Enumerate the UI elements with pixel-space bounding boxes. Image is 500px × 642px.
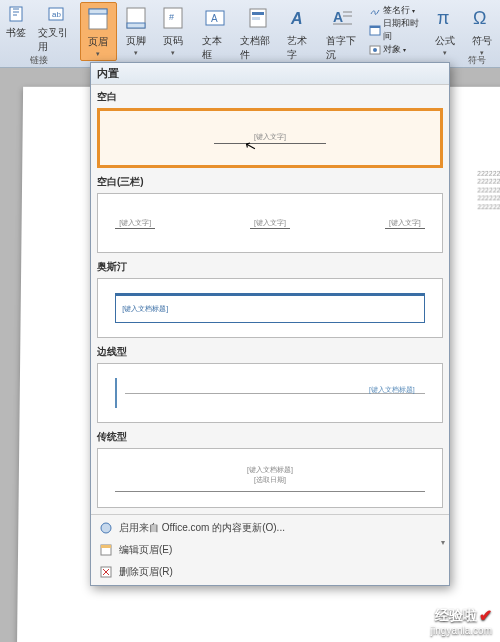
section-title: 传统型 xyxy=(93,427,447,446)
svg-rect-13 xyxy=(252,17,260,20)
ribbon: 书签 ab 交叉引用 页眉 ▾ 页脚 ▾ # 页码 ▾ A 文本框 ▾ xyxy=(0,0,500,68)
drop-cap-icon: A xyxy=(329,4,357,32)
office-icon xyxy=(99,521,113,535)
gallery-section-sideline: 边线型 [键入文档标题] xyxy=(93,342,447,423)
gallery-section-blank-three: 空白(三栏) [键入文字] [键入文字] [键入文字] xyxy=(93,172,447,253)
symbol-button[interactable]: Ω 符号 ▾ xyxy=(464,2,499,59)
signature-label: 签名行 xyxy=(383,4,410,17)
document-sample-text: 2222222222 2222222222 2222222222 2222222… xyxy=(477,170,500,211)
svg-text:π: π xyxy=(437,8,449,28)
placeholder-text: [键入文字] xyxy=(385,218,425,229)
placeholder-text: [键入文档标题] xyxy=(247,465,293,475)
page-number-button[interactable]: # 页码 ▾ xyxy=(155,2,190,59)
placeholder-text: [选取日期] xyxy=(254,475,286,485)
template-sideline[interactable]: [键入文档标题] xyxy=(97,363,443,423)
object-label: 对象 xyxy=(383,43,401,56)
page-number-label: 页码 xyxy=(163,34,183,48)
chevron-down-icon: ▾ xyxy=(412,7,415,14)
template-traditional[interactable]: [键入文档标题] [选取日期] xyxy=(97,448,443,508)
svg-point-19 xyxy=(373,48,377,52)
svg-point-22 xyxy=(101,523,111,533)
signature-icon xyxy=(369,5,381,17)
template-austin[interactable]: [键入文档标题] xyxy=(97,278,443,338)
chevron-down-icon: ▾ xyxy=(96,50,100,58)
remove-header-button[interactable]: 删除页眉(R) xyxy=(91,561,449,583)
symbol-label: 符号 xyxy=(472,34,492,48)
more-office-button[interactable]: 启用来自 Office.com 的内容更新(O)... xyxy=(91,517,449,539)
footer-icon xyxy=(122,4,150,32)
footer-button[interactable]: 页脚 ▾ xyxy=(119,2,154,59)
watermark-url: jingyanla.com xyxy=(431,625,492,636)
remove-icon xyxy=(99,565,113,579)
more-office-label: 启用来自 Office.com 的内容更新(O)... xyxy=(119,521,285,535)
chevron-down-icon: ▾ xyxy=(443,49,447,57)
word-art-label: 艺术字 xyxy=(287,34,313,62)
object-icon xyxy=(369,44,381,56)
svg-text:ab: ab xyxy=(52,10,61,19)
word-art-icon: A xyxy=(286,4,314,32)
gallery-section-traditional: 传统型 [键入文档标题] [选取日期] xyxy=(93,427,447,508)
svg-rect-6 xyxy=(127,23,145,28)
bookmark-button[interactable]: 书签 xyxy=(1,2,31,42)
watermark: 经验啦 ✔ jingyanla.com xyxy=(431,606,492,636)
edit-icon xyxy=(99,543,113,557)
bookmark-label: 书签 xyxy=(6,26,26,40)
template-blank[interactable]: [键入文字] xyxy=(97,108,443,168)
placeholder-text: [键入文字] xyxy=(250,218,290,229)
symbol-icon: Ω xyxy=(468,4,496,32)
date-time-label: 日期和时间 xyxy=(383,17,420,43)
edit-header-button[interactable]: 编辑页眉(E) xyxy=(91,539,449,561)
chevron-down-icon: ▾ xyxy=(134,49,138,57)
object-button[interactable]: 对象 ▾ xyxy=(367,43,422,56)
text-box-label: 文本框 xyxy=(202,34,228,62)
gallery-title: 内置 xyxy=(91,63,449,85)
cross-ref-button[interactable]: ab 交叉引用 xyxy=(33,2,78,56)
equation-label: 公式 xyxy=(435,34,455,48)
watermark-name: 经验啦 xyxy=(435,607,477,625)
quick-parts-label: 文档部件 xyxy=(240,34,275,62)
edit-header-label: 编辑页眉(E) xyxy=(119,543,172,557)
placeholder-text: [键入文字] xyxy=(214,132,326,144)
header-button[interactable]: 页眉 ▾ xyxy=(80,2,117,61)
section-title: 边线型 xyxy=(93,342,447,361)
equation-button[interactable]: π 公式 ▾ xyxy=(428,2,463,59)
gallery-footer: 启用来自 Office.com 的内容更新(O)... 编辑页眉(E) 删除页眉… xyxy=(91,514,449,585)
template-blank-three[interactable]: [键入文字] [键入文字] [键入文字] xyxy=(97,193,443,253)
svg-rect-17 xyxy=(370,26,380,28)
bookmark-icon xyxy=(6,4,26,24)
section-title: 奥斯汀 xyxy=(93,257,447,276)
svg-text:A: A xyxy=(290,10,303,27)
header-icon xyxy=(84,5,112,33)
svg-text:A: A xyxy=(211,13,218,24)
section-title: 空白(三栏) xyxy=(93,172,447,191)
remove-header-label: 删除页眉(R) xyxy=(119,565,173,579)
check-icon: ✔ xyxy=(479,606,492,625)
svg-text:Ω: Ω xyxy=(473,8,486,28)
quick-parts-icon xyxy=(244,4,272,32)
svg-text:A: A xyxy=(333,9,343,25)
gallery-section-austin: 奥斯汀 [键入文档标题] xyxy=(93,257,447,338)
cross-ref-label: 交叉引用 xyxy=(38,26,73,54)
date-time-button[interactable]: 日期和时间 xyxy=(367,17,422,43)
placeholder-text: [键入文档标题] xyxy=(122,305,168,312)
insert-misc-column: 签名行 ▾ 日期和时间 对象 ▾ xyxy=(367,2,422,56)
chevron-down-icon: ▾ xyxy=(171,49,175,57)
placeholder-text: [键入文档标题] xyxy=(369,385,415,395)
signature-button[interactable]: 签名行 ▾ xyxy=(367,4,422,17)
drop-cap-label: 首字下沉 xyxy=(326,34,361,62)
text-box-icon: A xyxy=(201,4,229,32)
header-label: 页眉 xyxy=(88,35,108,49)
gallery-section-blank: 空白 [键入文字] xyxy=(93,87,447,168)
section-title: 空白 xyxy=(93,87,447,106)
date-time-icon xyxy=(369,24,381,36)
svg-rect-4 xyxy=(89,9,107,14)
group-label-symbol: 符号 xyxy=(468,54,486,67)
equation-icon: π xyxy=(431,4,459,32)
svg-rect-24 xyxy=(101,545,111,548)
chevron-down-icon: ▾ xyxy=(403,46,406,53)
group-label-links: 链接 xyxy=(30,54,48,67)
svg-text:#: # xyxy=(169,12,174,22)
cross-ref-icon: ab xyxy=(46,4,66,24)
svg-rect-12 xyxy=(252,12,264,15)
gallery-body[interactable]: 空白 [键入文字] 空白(三栏) [键入文字] [键入文字] [键入文字] 奥斯… xyxy=(91,85,449,514)
